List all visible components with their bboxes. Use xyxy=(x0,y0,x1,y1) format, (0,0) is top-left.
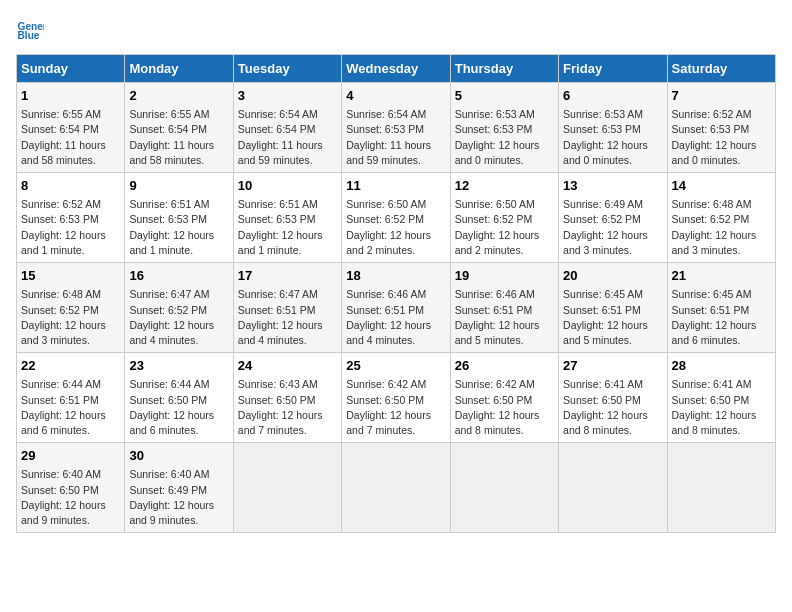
calendar-cell: 6Sunrise: 6:53 AM Sunset: 6:53 PM Daylig… xyxy=(559,83,667,173)
svg-text:Blue: Blue xyxy=(18,30,40,41)
calendar-cell: 3Sunrise: 6:54 AM Sunset: 6:54 PM Daylig… xyxy=(233,83,341,173)
calendar-cell: 4Sunrise: 6:54 AM Sunset: 6:53 PM Daylig… xyxy=(342,83,450,173)
day-number: 11 xyxy=(346,177,445,195)
day-info: Sunrise: 6:43 AM Sunset: 6:50 PM Dayligh… xyxy=(238,377,337,438)
day-number: 20 xyxy=(563,267,662,285)
calendar-cell: 28Sunrise: 6:41 AM Sunset: 6:50 PM Dayli… xyxy=(667,353,775,443)
day-info: Sunrise: 6:48 AM Sunset: 6:52 PM Dayligh… xyxy=(21,287,120,348)
day-header-saturday: Saturday xyxy=(667,55,775,83)
calendar-cell: 26Sunrise: 6:42 AM Sunset: 6:50 PM Dayli… xyxy=(450,353,558,443)
day-number: 3 xyxy=(238,87,337,105)
day-info: Sunrise: 6:52 AM Sunset: 6:53 PM Dayligh… xyxy=(672,107,771,168)
logo-icon: General Blue xyxy=(16,16,44,44)
calendar-cell xyxy=(559,443,667,533)
day-number: 6 xyxy=(563,87,662,105)
day-number: 30 xyxy=(129,447,228,465)
day-number: 1 xyxy=(21,87,120,105)
calendar-cell: 10Sunrise: 6:51 AM Sunset: 6:53 PM Dayli… xyxy=(233,173,341,263)
day-number: 5 xyxy=(455,87,554,105)
calendar-cell: 11Sunrise: 6:50 AM Sunset: 6:52 PM Dayli… xyxy=(342,173,450,263)
day-number: 12 xyxy=(455,177,554,195)
calendar-cell: 1Sunrise: 6:55 AM Sunset: 6:54 PM Daylig… xyxy=(17,83,125,173)
day-info: Sunrise: 6:46 AM Sunset: 6:51 PM Dayligh… xyxy=(455,287,554,348)
day-info: Sunrise: 6:45 AM Sunset: 6:51 PM Dayligh… xyxy=(563,287,662,348)
calendar-cell xyxy=(667,443,775,533)
calendar-cell: 18Sunrise: 6:46 AM Sunset: 6:51 PM Dayli… xyxy=(342,263,450,353)
day-info: Sunrise: 6:54 AM Sunset: 6:53 PM Dayligh… xyxy=(346,107,445,168)
day-number: 15 xyxy=(21,267,120,285)
day-number: 4 xyxy=(346,87,445,105)
calendar-cell: 27Sunrise: 6:41 AM Sunset: 6:50 PM Dayli… xyxy=(559,353,667,443)
day-info: Sunrise: 6:50 AM Sunset: 6:52 PM Dayligh… xyxy=(455,197,554,258)
day-info: Sunrise: 6:40 AM Sunset: 6:49 PM Dayligh… xyxy=(129,467,228,528)
day-header-thursday: Thursday xyxy=(450,55,558,83)
calendar-cell: 23Sunrise: 6:44 AM Sunset: 6:50 PM Dayli… xyxy=(125,353,233,443)
calendar-cell xyxy=(450,443,558,533)
calendar-cell: 5Sunrise: 6:53 AM Sunset: 6:53 PM Daylig… xyxy=(450,83,558,173)
day-number: 13 xyxy=(563,177,662,195)
day-number: 22 xyxy=(21,357,120,375)
calendar-cell: 17Sunrise: 6:47 AM Sunset: 6:51 PM Dayli… xyxy=(233,263,341,353)
day-number: 26 xyxy=(455,357,554,375)
logo: General Blue xyxy=(16,16,48,44)
day-number: 18 xyxy=(346,267,445,285)
day-info: Sunrise: 6:48 AM Sunset: 6:52 PM Dayligh… xyxy=(672,197,771,258)
calendar-cell: 21Sunrise: 6:45 AM Sunset: 6:51 PM Dayli… xyxy=(667,263,775,353)
day-info: Sunrise: 6:50 AM Sunset: 6:52 PM Dayligh… xyxy=(346,197,445,258)
day-number: 29 xyxy=(21,447,120,465)
day-info: Sunrise: 6:42 AM Sunset: 6:50 PM Dayligh… xyxy=(455,377,554,438)
day-header-wednesday: Wednesday xyxy=(342,55,450,83)
day-number: 24 xyxy=(238,357,337,375)
day-info: Sunrise: 6:52 AM Sunset: 6:53 PM Dayligh… xyxy=(21,197,120,258)
calendar-cell xyxy=(342,443,450,533)
day-info: Sunrise: 6:53 AM Sunset: 6:53 PM Dayligh… xyxy=(455,107,554,168)
calendar-cell: 7Sunrise: 6:52 AM Sunset: 6:53 PM Daylig… xyxy=(667,83,775,173)
day-info: Sunrise: 6:42 AM Sunset: 6:50 PM Dayligh… xyxy=(346,377,445,438)
calendar-cell: 16Sunrise: 6:47 AM Sunset: 6:52 PM Dayli… xyxy=(125,263,233,353)
calendar-cell: 25Sunrise: 6:42 AM Sunset: 6:50 PM Dayli… xyxy=(342,353,450,443)
day-header-sunday: Sunday xyxy=(17,55,125,83)
day-number: 23 xyxy=(129,357,228,375)
calendar-cell xyxy=(233,443,341,533)
calendar-cell: 8Sunrise: 6:52 AM Sunset: 6:53 PM Daylig… xyxy=(17,173,125,263)
day-info: Sunrise: 6:51 AM Sunset: 6:53 PM Dayligh… xyxy=(129,197,228,258)
calendar-cell: 15Sunrise: 6:48 AM Sunset: 6:52 PM Dayli… xyxy=(17,263,125,353)
day-number: 28 xyxy=(672,357,771,375)
day-info: Sunrise: 6:53 AM Sunset: 6:53 PM Dayligh… xyxy=(563,107,662,168)
calendar-cell: 20Sunrise: 6:45 AM Sunset: 6:51 PM Dayli… xyxy=(559,263,667,353)
day-info: Sunrise: 6:46 AM Sunset: 6:51 PM Dayligh… xyxy=(346,287,445,348)
day-number: 17 xyxy=(238,267,337,285)
calendar-cell: 24Sunrise: 6:43 AM Sunset: 6:50 PM Dayli… xyxy=(233,353,341,443)
day-info: Sunrise: 6:49 AM Sunset: 6:52 PM Dayligh… xyxy=(563,197,662,258)
day-info: Sunrise: 6:47 AM Sunset: 6:51 PM Dayligh… xyxy=(238,287,337,348)
calendar-cell: 12Sunrise: 6:50 AM Sunset: 6:52 PM Dayli… xyxy=(450,173,558,263)
day-info: Sunrise: 6:55 AM Sunset: 6:54 PM Dayligh… xyxy=(129,107,228,168)
calendar-table: SundayMondayTuesdayWednesdayThursdayFrid… xyxy=(16,54,776,533)
day-header-monday: Monday xyxy=(125,55,233,83)
day-number: 27 xyxy=(563,357,662,375)
calendar-cell: 19Sunrise: 6:46 AM Sunset: 6:51 PM Dayli… xyxy=(450,263,558,353)
day-info: Sunrise: 6:45 AM Sunset: 6:51 PM Dayligh… xyxy=(672,287,771,348)
day-number: 19 xyxy=(455,267,554,285)
day-info: Sunrise: 6:40 AM Sunset: 6:50 PM Dayligh… xyxy=(21,467,120,528)
day-info: Sunrise: 6:55 AM Sunset: 6:54 PM Dayligh… xyxy=(21,107,120,168)
day-number: 21 xyxy=(672,267,771,285)
day-number: 10 xyxy=(238,177,337,195)
calendar-cell: 30Sunrise: 6:40 AM Sunset: 6:49 PM Dayli… xyxy=(125,443,233,533)
day-header-tuesday: Tuesday xyxy=(233,55,341,83)
calendar-cell: 2Sunrise: 6:55 AM Sunset: 6:54 PM Daylig… xyxy=(125,83,233,173)
day-info: Sunrise: 6:44 AM Sunset: 6:50 PM Dayligh… xyxy=(129,377,228,438)
day-info: Sunrise: 6:54 AM Sunset: 6:54 PM Dayligh… xyxy=(238,107,337,168)
day-number: 7 xyxy=(672,87,771,105)
day-info: Sunrise: 6:51 AM Sunset: 6:53 PM Dayligh… xyxy=(238,197,337,258)
day-number: 25 xyxy=(346,357,445,375)
day-info: Sunrise: 6:47 AM Sunset: 6:52 PM Dayligh… xyxy=(129,287,228,348)
calendar-cell: 29Sunrise: 6:40 AM Sunset: 6:50 PM Dayli… xyxy=(17,443,125,533)
day-number: 8 xyxy=(21,177,120,195)
calendar-cell: 22Sunrise: 6:44 AM Sunset: 6:51 PM Dayli… xyxy=(17,353,125,443)
day-info: Sunrise: 6:44 AM Sunset: 6:51 PM Dayligh… xyxy=(21,377,120,438)
day-info: Sunrise: 6:41 AM Sunset: 6:50 PM Dayligh… xyxy=(672,377,771,438)
day-info: Sunrise: 6:41 AM Sunset: 6:50 PM Dayligh… xyxy=(563,377,662,438)
day-number: 14 xyxy=(672,177,771,195)
calendar-cell: 13Sunrise: 6:49 AM Sunset: 6:52 PM Dayli… xyxy=(559,173,667,263)
